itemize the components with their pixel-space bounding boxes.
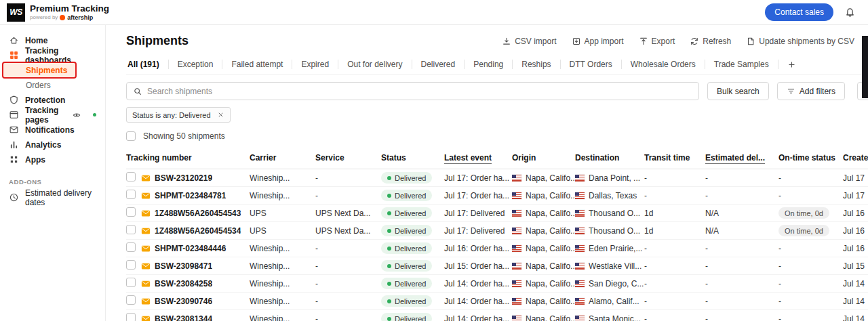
- row-checkbox[interactable]: [126, 190, 136, 199]
- tracking-number-link[interactable]: 1Z488W56A260454543: [155, 209, 241, 218]
- column-header-status[interactable]: Status: [381, 147, 444, 169]
- latest-event-cell: Jul 17: Order ha...: [444, 187, 512, 205]
- shipments-table: Tracking numberCarrierServiceStatusLates…: [126, 147, 868, 321]
- sidebar-item-estimated-delivery-dates[interactable]: Estimated delivery dates: [0, 190, 105, 205]
- filter-chip[interactable]: Status is any: Delivered: [126, 107, 231, 123]
- status-dot-icon: [387, 194, 391, 198]
- us-flag-icon: [575, 263, 585, 270]
- clock-icon: [9, 192, 19, 202]
- status-dot-icon: [387, 264, 391, 268]
- action-label: Refresh: [703, 37, 731, 46]
- row-checkbox[interactable]: [126, 172, 136, 181]
- table-row[interactable]: SHPMT-023484446Wineship...-DeliveredJul …: [126, 240, 868, 257]
- column-header-destination[interactable]: Destination: [575, 147, 644, 169]
- tab-pending[interactable]: Pending: [465, 60, 513, 69]
- service-cell: -: [315, 187, 381, 205]
- sidebar-item-analytics[interactable]: Analytics: [0, 137, 105, 152]
- column-header-origin[interactable]: Origin: [512, 147, 575, 169]
- table-row[interactable]: BSW-23098471Wineship...-DeliveredJul 15:…: [126, 257, 868, 275]
- row-checkbox[interactable]: [126, 295, 136, 305]
- row-checkbox[interactable]: [126, 207, 136, 217]
- create-date-cell: Jul 14: [843, 275, 868, 293]
- bulk-search-button[interactable]: Bulk search: [707, 82, 769, 100]
- column-header-carrier[interactable]: Carrier: [250, 147, 315, 169]
- tracking-number-link[interactable]: BSW-23084258: [155, 279, 212, 288]
- column-header-tracking-number[interactable]: Tracking number: [126, 147, 250, 169]
- place-label: Santa Monic...: [589, 314, 641, 321]
- sidebar-item-label: Orders: [26, 81, 51, 90]
- us-flag-icon: [575, 175, 585, 181]
- tab-all-191[interactable]: All (191): [126, 60, 169, 69]
- column-header-latest-event[interactable]: Latest event: [444, 147, 512, 169]
- update-shipments-by-csv-button[interactable]: Update shipments by CSV: [746, 37, 854, 46]
- us-flag-icon: [575, 280, 585, 287]
- tab-exception[interactable]: Exception: [169, 60, 223, 69]
- tracking-number-link[interactable]: BSW-23081344: [155, 314, 212, 321]
- tracking-number-link[interactable]: BSW-23090746: [155, 297, 212, 306]
- row-checkbox[interactable]: [126, 260, 136, 270]
- tab-trade-samples[interactable]: Trade Samples: [705, 60, 778, 69]
- row-checkbox[interactable]: [126, 313, 136, 321]
- table-row[interactable]: BSW-23120219Wineship...-DeliveredJul 17:…: [126, 169, 868, 187]
- column-header-label: Service: [315, 153, 344, 163]
- tracking-number-link[interactable]: BSW-23098471: [155, 261, 212, 271]
- table-row[interactable]: BSW-23090746Wineship...-DeliveredJul 14:…: [126, 293, 868, 310]
- column-header-estimated-del[interactable]: Estimated del...: [705, 147, 778, 169]
- app-import-button[interactable]: App import: [572, 37, 624, 46]
- tab-delivered[interactable]: Delivered: [412, 60, 465, 69]
- add-filters-button[interactable]: Add filters: [777, 82, 845, 100]
- tab-expired[interactable]: Expired: [292, 60, 338, 69]
- table-row[interactable]: 1Z488W56A260454543UPSUPS Next Da...Deliv…: [126, 205, 868, 222]
- contact-sales-button[interactable]: Contact sales: [765, 3, 833, 21]
- tab-reships[interactable]: Reships: [513, 60, 560, 69]
- place-wrap: Thousand O...: [575, 209, 639, 218]
- column-header-create-d[interactable]: Create d...: [843, 147, 868, 169]
- add-tab-button[interactable]: [778, 60, 805, 69]
- tab-failed-attempt[interactable]: Failed attempt: [222, 60, 292, 69]
- bell-icon[interactable]: [844, 7, 856, 18]
- sidebar-item-notifications[interactable]: Notifications: [0, 123, 105, 137]
- search-box[interactable]: [126, 82, 699, 100]
- column-header-service[interactable]: Service: [315, 147, 381, 169]
- place-label: Napa, Califo...: [526, 173, 575, 183]
- sidebar-item-orders[interactable]: Orders: [0, 78, 105, 92]
- refresh-button[interactable]: Refresh: [690, 37, 731, 46]
- csv-import-button[interactable]: CSV import: [502, 37, 556, 46]
- row-checkbox-cell: [126, 310, 141, 321]
- table-row[interactable]: 1Z488W56A260454534UPSUPS Next Da...Deliv…: [126, 222, 868, 240]
- apps-icon: [9, 154, 19, 165]
- row-checkbox[interactable]: [126, 242, 136, 252]
- ontime-cell: -: [778, 257, 843, 275]
- table-row[interactable]: BSW-23084258Wineship...-DeliveredJul 14:…: [126, 275, 868, 293]
- row-checkbox[interactable]: [126, 225, 136, 234]
- us-flag-icon: [512, 280, 521, 287]
- chip-close-icon[interactable]: [217, 111, 224, 119]
- place-label: Eden Prairie,...: [589, 244, 642, 253]
- column-header-transit-time[interactable]: Transit time: [644, 147, 705, 169]
- search-input[interactable]: [147, 87, 692, 96]
- tracking-number-link[interactable]: SHPMT-023484781: [155, 191, 226, 200]
- table-row[interactable]: SHPMT-023484781Wineship...-DeliveredJul …: [126, 187, 868, 205]
- tracking-number-link[interactable]: SHPMT-023484446: [155, 244, 226, 253]
- row-checkbox[interactable]: [126, 278, 136, 287]
- latest-event-cell: Jul 16: Order ha...: [444, 240, 512, 257]
- shield-icon: [9, 95, 19, 105]
- tracking-wrap: BSW-23098471: [141, 261, 244, 271]
- tracking-number-link[interactable]: BSW-23120219: [155, 173, 212, 183]
- sidebar-item-tracking-pages[interactable]: Tracking pages: [0, 108, 105, 122]
- sidebar-item-tracking-dashboards[interactable]: Tracking dashboards: [0, 48, 105, 62]
- estimated-delivery-cell: -: [705, 310, 778, 321]
- table-row[interactable]: BSW-23081344Wineship...-DeliveredJul 14:…: [126, 310, 868, 321]
- tab-wholesale-orders[interactable]: Wholesale Orders: [622, 60, 705, 69]
- sidebar-item-shipments[interactable]: Shipments: [3, 63, 75, 77]
- transit-time-cell: -: [644, 275, 705, 293]
- tab-out-for-delivery[interactable]: Out for delivery: [338, 60, 412, 69]
- tab-dtt-orders[interactable]: DTT Orders: [561, 60, 622, 69]
- tracking-number-link[interactable]: 1Z488W56A260454534: [155, 226, 241, 236]
- column-header-on-time-status[interactable]: On-time status: [778, 147, 843, 169]
- column-header-label: Estimated del...: [705, 153, 765, 164]
- sidebar-item-label: Tracking pages: [25, 106, 62, 125]
- sidebar-item-apps[interactable]: Apps: [0, 152, 105, 167]
- export-button[interactable]: Export: [639, 37, 675, 46]
- select-all-checkbox[interactable]: [126, 131, 136, 141]
